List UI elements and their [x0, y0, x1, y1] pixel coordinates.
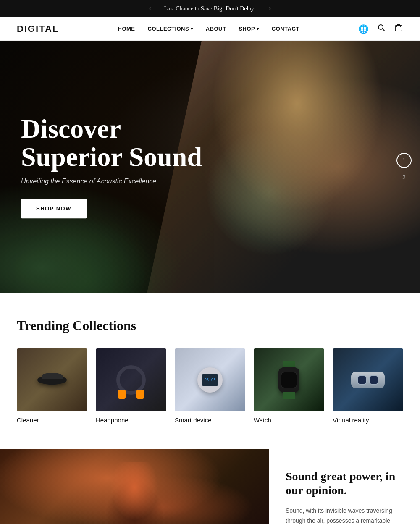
headphone-image [96, 348, 166, 411]
watch-shape [278, 367, 299, 393]
feature-text: Sound, with its invisible waves traversi… [286, 506, 403, 524]
smart-label: Smart device [175, 417, 212, 424]
cleaner-shape [37, 375, 67, 385]
feature-content: Sound great power, in our opinion. Sound… [269, 449, 420, 524]
cleaner-label: Cleaner [17, 417, 39, 424]
cleaner-image [17, 348, 87, 411]
announcement-prev-button[interactable]: ‹ [145, 4, 156, 13]
hero-page-1[interactable]: 1 [396, 153, 412, 168]
collections-chevron-icon: ▾ [191, 26, 193, 31]
header-icons: 🌐 [358, 23, 403, 34]
svg-rect-2 [395, 26, 402, 31]
vr-shape [351, 372, 385, 388]
watch-label: Watch [254, 417, 271, 424]
nav-contact[interactable]: CONTACT [272, 26, 299, 32]
main-nav: HOME COLLECTIONS ▾ ABOUT SHOP ▾ CONTACT [118, 26, 299, 32]
vr-image [333, 348, 403, 411]
smart-shape: 06:05 [197, 367, 223, 393]
hero-content: Discover Superior Sound Unveiling the Es… [21, 115, 202, 218]
collections-grid: Cleaner Headphone 06:05 Smart device [17, 348, 403, 424]
hero-title: Discover Superior Sound [21, 115, 202, 171]
hero-section: Discover Superior Sound Unveiling the Es… [0, 41, 420, 293]
watch-band-bottom [283, 392, 295, 399]
nav-about[interactable]: ABOUT [206, 26, 226, 32]
hero-cta-button[interactable]: SHOP NOW [21, 199, 87, 219]
announcement-next-button[interactable]: › [264, 4, 275, 13]
search-icon[interactable] [377, 24, 386, 34]
watch-image [254, 348, 324, 411]
smart-screen: 06:05 [202, 374, 218, 386]
announcement-text: Last Chance to Save Big! Don't Delay! [164, 5, 256, 12]
collection-cleaner[interactable]: Cleaner [17, 348, 87, 424]
shop-chevron-icon: ▾ [257, 26, 259, 31]
collection-smart[interactable]: 06:05 Smart device [175, 348, 245, 424]
feature-image [0, 449, 269, 524]
globe-icon[interactable]: 🌐 [358, 24, 369, 34]
hero-page-2[interactable]: 2 [402, 174, 406, 181]
vr-lens-right [369, 375, 378, 385]
cart-icon[interactable] [394, 23, 403, 34]
hero-pagination: 1 2 [396, 153, 412, 181]
collection-watch[interactable]: Watch [254, 348, 324, 424]
nav-home[interactable]: HOME [118, 26, 135, 32]
headphone-shape [116, 365, 146, 395]
nav-collections[interactable]: COLLECTIONS ▾ [148, 26, 193, 32]
vr-label: Virtual reality [333, 417, 369, 424]
watch-screen [281, 372, 297, 388]
vr-lens-left [357, 375, 367, 385]
trending-title: Trending Collections [17, 318, 403, 333]
announcement-bar: ‹ Last Chance to Save Big! Don't Delay! … [0, 0, 420, 17]
collection-vr[interactable]: Virtual reality [333, 348, 403, 424]
headphone-label: Headphone [96, 417, 129, 424]
nav-shop[interactable]: SHOP ▾ [239, 26, 259, 32]
site-header: DIGITAL HOME COLLECTIONS ▾ ABOUT SHOP ▾ … [0, 17, 420, 41]
logo[interactable]: DIGITAL [17, 24, 59, 34]
smart-image: 06:05 [175, 348, 245, 411]
trending-section: Trending Collections Cleaner Headphone [0, 293, 420, 441]
feature-person [92, 462, 176, 524]
feature-section: Sound great power, in our opinion. Sound… [0, 449, 420, 524]
svg-line-1 [383, 29, 385, 31]
collection-headphone[interactable]: Headphone [96, 348, 166, 424]
feature-title: Sound great power, in our opinion. [286, 469, 403, 498]
hero-subtitle: Unveiling the Essence of Acoustic Excell… [21, 178, 202, 186]
